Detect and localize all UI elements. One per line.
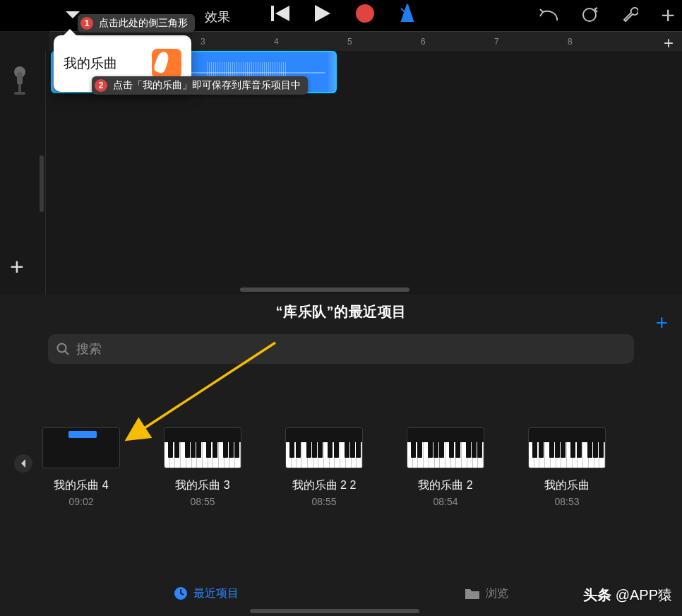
callout-2: 2 点击「我的乐曲」即可保存到库音乐项目中 — [92, 76, 308, 95]
watermark-handle: @APP猿 — [616, 586, 672, 605]
settings-button[interactable] — [620, 4, 641, 25]
callout-1: 1 点击此处的倒三角形 — [78, 14, 195, 32]
add-track-button[interactable]: + — [10, 253, 24, 280]
library-item[interactable]: 我的乐曲 4 09:02 — [42, 427, 120, 507]
svg-rect-5 — [14, 92, 25, 95]
project-title: 我的乐曲 2 — [407, 478, 484, 493]
ruler-mark: 3 — [201, 37, 274, 47]
svg-rect-4 — [18, 85, 21, 92]
svg-rect-3 — [17, 72, 23, 85]
library-item[interactable]: 我的乐曲 2 08:54 — [407, 427, 484, 507]
loop-browser-button[interactable] — [579, 4, 600, 25]
project-title: 我的乐曲 3 — [164, 478, 241, 493]
audio-track-header[interactable] — [6, 64, 34, 100]
toolbar-right-tools: + — [538, 3, 675, 27]
piano-keys-icon — [286, 442, 362, 468]
ruler-mark: 5 — [347, 37, 421, 47]
undo-button[interactable] — [538, 4, 559, 25]
project-thumbnail — [528, 427, 606, 468]
transport-controls — [270, 3, 418, 24]
skip-back-icon — [271, 6, 289, 21]
watermark: 头条 @APP猿 — [583, 586, 672, 605]
library-items: 我的乐曲 4 09:02 我的乐曲 3 08:55 我的乐曲 2 2 08:55… — [42, 427, 668, 507]
metronome-icon — [399, 4, 416, 23]
library-scroll-thumb[interactable] — [250, 609, 419, 613]
tab-browse[interactable]: 浏览 — [465, 586, 508, 601]
toolbar-add-button[interactable]: + — [661, 3, 675, 27]
go-to-start-button[interactable] — [270, 3, 291, 24]
project-time: 08:55 — [164, 496, 241, 507]
project-title: 我的乐曲 — [528, 478, 606, 493]
piano-keys-icon — [407, 442, 484, 468]
clock-icon — [174, 586, 188, 600]
library-title: “库乐队”的最近项目 — [0, 295, 682, 328]
project-thumbnail — [285, 427, 363, 468]
wrench-icon — [623, 6, 638, 24]
tab-recent[interactable]: 最近项目 — [174, 586, 239, 601]
add-section-button[interactable]: + — [664, 33, 674, 53]
chevron-left-icon — [20, 458, 27, 468]
track-scrollbar-vertical[interactable] — [40, 155, 44, 212]
project-time: 08:55 — [285, 496, 363, 507]
library-add-button[interactable]: + — [655, 312, 668, 333]
piano-keys-icon — [529, 442, 605, 468]
tab-recent-label: 最近项目 — [193, 586, 239, 601]
garageband-library: “库乐队”的最近项目 + 搜索 我的乐曲 4 09:02 我的乐曲 3 08: — [0, 295, 682, 616]
callout-2-text: 点击「我的乐曲」即可保存到库音乐项目中 — [113, 79, 301, 92]
svg-line-7 — [65, 351, 68, 355]
callout-1-text: 点击此处的倒三角形 — [99, 17, 188, 30]
editor-scroll-thumb[interactable] — [240, 288, 409, 292]
ruler-mark: 4 — [274, 37, 347, 47]
ruler-mark: 7 — [494, 37, 568, 47]
ruler-mark: 8 — [568, 37, 641, 47]
search-icon — [56, 343, 69, 355]
project-time: 09:02 — [42, 496, 120, 507]
menu-item-my-songs[interactable]: 我的乐曲 — [64, 54, 152, 73]
search-input[interactable]: 搜索 — [48, 334, 634, 364]
loop-icon — [581, 6, 598, 23]
project-time: 08:53 — [528, 496, 606, 507]
callout-1-badge: 1 — [80, 17, 93, 30]
svg-point-1 — [583, 8, 596, 21]
play-button[interactable] — [312, 3, 333, 24]
library-item[interactable]: 我的乐曲 2 2 08:55 — [285, 427, 363, 507]
project-thumbnail — [164, 427, 241, 468]
undo-icon — [539, 8, 558, 22]
library-tab-bar: 最近项目 浏览 — [0, 579, 682, 608]
effects-button[interactable]: 效果 — [205, 8, 230, 25]
ruler-mark: 6 — [421, 37, 494, 47]
record-button[interactable] — [354, 3, 376, 24]
track-divider — [45, 51, 46, 295]
piano-keys-icon — [164, 442, 241, 468]
search-placeholder: 搜索 — [76, 340, 102, 357]
callout-2-badge: 2 — [95, 79, 107, 92]
project-title: 我的乐曲 4 — [42, 478, 120, 493]
garageband-app-icon — [152, 49, 181, 78]
library-item[interactable]: 我的乐曲 3 08:55 — [164, 427, 241, 507]
garageband-editor: 效果 + — [0, 0, 682, 295]
project-thumbnail — [407, 427, 484, 468]
folder-icon — [465, 587, 480, 600]
microphone-icon — [11, 66, 29, 97]
project-time: 08:54 — [407, 496, 484, 507]
play-icon — [315, 5, 330, 22]
project-thumbnail — [42, 427, 120, 468]
library-back-button[interactable] — [14, 454, 32, 473]
svg-point-6 — [58, 344, 66, 353]
metronome-button[interactable] — [397, 3, 418, 24]
tab-browse-label: 浏览 — [486, 586, 508, 601]
library-item[interactable]: 我的乐曲 08:53 — [528, 427, 606, 507]
watermark-prefix: 头条 — [583, 586, 611, 605]
svg-rect-0 — [271, 6, 274, 21]
project-title: 我的乐曲 2 2 — [285, 478, 363, 493]
record-icon — [356, 4, 374, 23]
